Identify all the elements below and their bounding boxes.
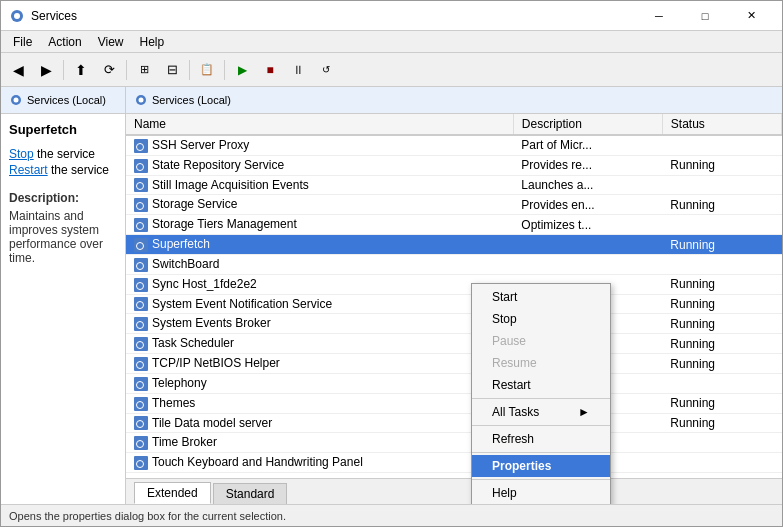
left-panel-header: Services (Local) [1,87,125,114]
table-row[interactable]: Storage ServiceProvides en...Running [126,195,782,215]
toolbar-refresh[interactable]: ⟳ [96,57,122,83]
cell-status: Running [662,294,781,314]
cell-name: Storage Service [126,195,513,215]
cell-name: System Event Notification Service [126,294,513,314]
toolbar-restart-service[interactable]: ↺ [313,57,339,83]
table-row[interactable]: Time Broker [126,433,782,453]
cell-name: Touch Keyboard and Handwriting Panel [126,453,513,473]
right-panel-icon [134,93,148,107]
title-bar: Services ─ □ ✕ [1,1,782,31]
tab-standard[interactable]: Standard [213,483,288,504]
toolbar-stop-service[interactable]: ■ [257,57,283,83]
restart-link[interactable]: Restart [9,163,48,177]
services-table: Name Description Status SSH Server Proxy… [126,114,782,473]
cell-name: Storage Tiers Management [126,215,513,235]
service-icon [134,278,148,292]
table-row[interactable]: ThemesRunning [126,393,782,413]
context-menu-separator [472,398,610,399]
table-row[interactable]: SwitchBoard [126,254,782,274]
table-row[interactable]: Touch Keyboard and Handwriting Panel [126,453,782,473]
cell-status [662,453,781,473]
maximize-button[interactable]: □ [682,1,728,31]
close-button[interactable]: ✕ [728,1,774,31]
minimize-button[interactable]: ─ [636,1,682,31]
context-menu-item-resume: Resume [472,352,610,374]
table-row[interactable]: System Event Notification ServiceRunning [126,294,782,314]
toolbar-pause-service[interactable]: ⏸ [285,57,311,83]
col-description[interactable]: Description [513,114,662,135]
cell-name: Telephony [126,373,513,393]
table-row[interactable]: Tile Data model serverRunning [126,413,782,433]
table-row[interactable]: Sync Host_1fde2e2Running [126,274,782,294]
col-name[interactable]: Name [126,114,513,135]
toolbar-show-hide[interactable]: ⊞ [131,57,157,83]
table-row[interactable]: System Events BrokerRunning [126,314,782,334]
toolbar-forward[interactable]: ▶ [33,57,59,83]
service-icon [134,297,148,311]
context-menu-item-refresh[interactable]: Refresh [472,428,610,450]
table-row[interactable]: Storage Tiers ManagementOptimizes t... [126,215,782,235]
context-menu-separator [472,452,610,453]
service-name: Superfetch [9,122,117,137]
service-icon [134,317,148,331]
menu-help[interactable]: Help [132,33,173,51]
cell-name: Task Scheduler [126,334,513,354]
cell-status: Running [662,314,781,334]
cell-description: Launches a... [513,175,662,195]
cell-status [662,254,781,274]
context-menu-item-restart[interactable]: Restart [472,374,610,396]
context-menu-item-properties[interactable]: Properties [472,455,610,477]
col-status[interactable]: Status [662,114,781,135]
toolbar-properties[interactable]: ⊟ [159,57,185,83]
context-menu-item-stop[interactable]: Stop [472,308,610,330]
service-icon [134,397,148,411]
service-icon [134,238,148,252]
desc-text: Maintains and improves system performanc… [9,209,117,265]
right-panel-header-label: Services (Local) [152,94,231,106]
app-icon [9,8,25,24]
stop-link[interactable]: Stop [9,147,34,161]
stop-service-link[interactable]: Stop the service [9,147,117,161]
cell-name: State Repository Service [126,155,513,175]
desc-label: Description: [9,191,117,205]
service-icon [134,337,148,351]
toolbar-up[interactable]: ⬆ [68,57,94,83]
cell-status [662,175,781,195]
window: Services ─ □ ✕ File Action View Help ◀ ▶… [0,0,783,527]
cell-status [662,215,781,235]
service-icon [134,159,148,173]
tab-extended[interactable]: Extended [134,482,211,504]
table-row[interactable]: State Repository ServiceProvides re...Ru… [126,155,782,175]
service-icon [134,198,148,212]
context-menu-item-all-tasks[interactable]: All Tasks ► [472,401,610,423]
context-menu-separator [472,425,610,426]
cell-name: SSH Server Proxy [126,135,513,155]
table-row[interactable]: Task SchedulerRunning [126,334,782,354]
table-row[interactable]: SSH Server ProxyPart of Micr... [126,135,782,155]
svg-point-3 [14,98,19,103]
left-panel: Services (Local) Superfetch Stop the ser… [1,87,126,504]
cell-name: Time Broker [126,433,513,453]
menu-bar: File Action View Help [1,31,782,53]
restart-service-link[interactable]: Restart the service [9,163,117,177]
cell-name: Superfetch [126,235,513,255]
table-row[interactable]: Telephony [126,373,782,393]
service-icon [134,139,148,153]
table-row[interactable]: Still Image Acquisition EventsLaunches a… [126,175,782,195]
toolbar-sep-3 [189,60,190,80]
context-menu-item-pause: Pause [472,330,610,352]
cell-description: Provides re... [513,155,662,175]
menu-file[interactable]: File [5,33,40,51]
menu-action[interactable]: Action [40,33,89,51]
context-menu-item-help[interactable]: Help [472,482,610,504]
toolbar-start-service[interactable]: ▶ [229,57,255,83]
table-row[interactable]: SuperfetchRunning [126,235,782,255]
table-row[interactable]: TCP/IP NetBIOS HelperRunning [126,354,782,374]
context-menu-item-start[interactable]: Start [472,286,610,308]
cell-name: SwitchBoard [126,254,513,274]
table-container[interactable]: Name Description Status SSH Server Proxy… [126,114,782,478]
toolbar-export[interactable]: 📋 [194,57,220,83]
menu-view[interactable]: View [90,33,132,51]
context-menu-separator [472,479,610,480]
toolbar-back[interactable]: ◀ [5,57,31,83]
